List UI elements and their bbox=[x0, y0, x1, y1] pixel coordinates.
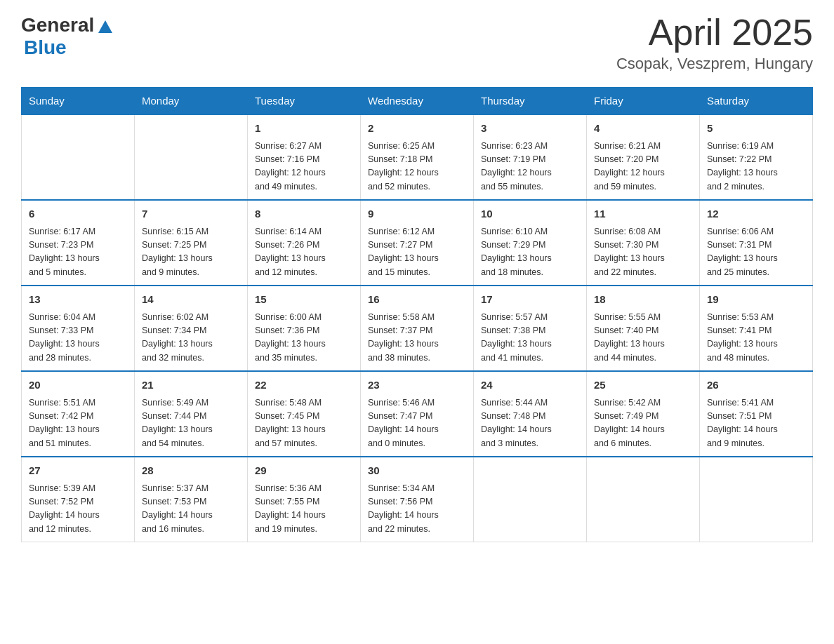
day-info-line: Sunrise: 5:53 AM bbox=[707, 311, 805, 324]
day-info-line: Sunrise: 6:10 AM bbox=[481, 225, 579, 239]
day-info-line: Sunset: 7:18 PM bbox=[368, 153, 466, 166]
page-subtitle: Csopak, Veszprem, Hungary bbox=[616, 55, 813, 73]
calendar-day-header: Tuesday bbox=[248, 88, 361, 115]
day-info-line: and 25 minutes. bbox=[707, 266, 805, 279]
day-info-line: Sunrise: 5:57 AM bbox=[481, 311, 579, 324]
day-number: 6 bbox=[29, 206, 127, 222]
day-info-line: Daylight: 13 hours bbox=[594, 337, 692, 351]
day-number: 21 bbox=[142, 377, 240, 394]
day-info-line: Sunset: 7:30 PM bbox=[594, 239, 692, 252]
day-info-line: Sunset: 7:33 PM bbox=[29, 324, 127, 337]
day-info-line: Sunrise: 6:23 AM bbox=[481, 140, 579, 153]
calendar-cell: 3Sunrise: 6:23 AMSunset: 7:19 PMDaylight… bbox=[474, 114, 587, 200]
day-info-line: Sunrise: 5:42 AM bbox=[594, 396, 692, 410]
calendar-cell: 4Sunrise: 6:21 AMSunset: 7:20 PMDaylight… bbox=[587, 114, 700, 200]
day-info-line: Sunrise: 6:08 AM bbox=[594, 225, 692, 239]
day-info-line: and 48 minutes. bbox=[707, 351, 805, 365]
day-info-line: Sunrise: 6:21 AM bbox=[594, 140, 692, 153]
day-number: 2 bbox=[368, 121, 466, 137]
day-number: 19 bbox=[707, 292, 805, 308]
day-number: 22 bbox=[255, 377, 353, 394]
day-info-line: and 12 minutes. bbox=[255, 266, 353, 279]
day-info-line: and 9 minutes. bbox=[142, 266, 240, 279]
day-info-line: Sunrise: 5:58 AM bbox=[368, 311, 466, 324]
calendar-cell: 18Sunrise: 5:55 AMSunset: 7:40 PMDayligh… bbox=[587, 286, 700, 371]
day-info-line: and 35 minutes. bbox=[255, 351, 353, 365]
calendar-day-header: Sunday bbox=[22, 88, 135, 115]
day-info-line: and 54 minutes. bbox=[142, 437, 240, 450]
day-number: 18 bbox=[594, 292, 692, 308]
svg-marker-0 bbox=[98, 20, 112, 33]
day-info-line: Sunset: 7:16 PM bbox=[255, 153, 353, 166]
calendar-header-row: SundayMondayTuesdayWednesdayThursdayFrid… bbox=[22, 88, 813, 115]
day-info-line: Daylight: 12 hours bbox=[594, 166, 692, 180]
calendar-cell bbox=[700, 457, 813, 542]
calendar-cell: 6Sunrise: 6:17 AMSunset: 7:23 PMDaylight… bbox=[22, 200, 135, 286]
day-number: 17 bbox=[481, 292, 579, 308]
logo-general-text: General bbox=[21, 14, 94, 36]
day-info-line: Daylight: 12 hours bbox=[481, 166, 579, 180]
calendar-cell: 1Sunrise: 6:27 AMSunset: 7:16 PMDaylight… bbox=[248, 114, 361, 200]
day-info-line: Daylight: 14 hours bbox=[29, 509, 127, 522]
day-info-line: and 44 minutes. bbox=[594, 351, 692, 365]
calendar-cell: 16Sunrise: 5:58 AMSunset: 7:37 PMDayligh… bbox=[361, 286, 474, 371]
calendar-cell: 8Sunrise: 6:14 AMSunset: 7:26 PMDaylight… bbox=[248, 200, 361, 286]
day-info-line: Sunset: 7:52 PM bbox=[29, 495, 127, 509]
day-info-line: Sunset: 7:26 PM bbox=[255, 239, 353, 252]
day-info-line: and 12 minutes. bbox=[29, 523, 127, 536]
day-number: 14 bbox=[142, 292, 240, 308]
calendar-cell: 17Sunrise: 5:57 AMSunset: 7:38 PMDayligh… bbox=[474, 286, 587, 371]
day-info-line: Sunset: 7:20 PM bbox=[594, 153, 692, 166]
calendar-week-row: 6Sunrise: 6:17 AMSunset: 7:23 PMDaylight… bbox=[22, 200, 813, 286]
day-info-line: Sunrise: 5:39 AM bbox=[29, 482, 127, 495]
calendar-cell: 10Sunrise: 6:10 AMSunset: 7:29 PMDayligh… bbox=[474, 200, 587, 286]
day-number: 20 bbox=[29, 377, 127, 394]
day-info-line: Daylight: 13 hours bbox=[255, 337, 353, 351]
page-title: April 2025 bbox=[616, 14, 813, 51]
day-info-line: Daylight: 14 hours bbox=[594, 423, 692, 436]
calendar-cell: 22Sunrise: 5:48 AMSunset: 7:45 PMDayligh… bbox=[248, 371, 361, 457]
day-info-line: Daylight: 12 hours bbox=[368, 166, 466, 180]
day-info-line: and 2 minutes. bbox=[707, 180, 805, 194]
day-info-line: Daylight: 13 hours bbox=[368, 337, 466, 351]
day-info-line: and 28 minutes. bbox=[29, 351, 127, 365]
calendar-cell: 19Sunrise: 5:53 AMSunset: 7:41 PMDayligh… bbox=[700, 286, 813, 371]
calendar-cell: 27Sunrise: 5:39 AMSunset: 7:52 PMDayligh… bbox=[22, 457, 135, 542]
title-block: April 2025 Csopak, Veszprem, Hungary bbox=[616, 14, 813, 73]
day-info-line: Sunset: 7:31 PM bbox=[707, 239, 805, 252]
day-info-line: Sunrise: 5:49 AM bbox=[142, 396, 240, 410]
day-number: 23 bbox=[368, 377, 466, 394]
day-info-line: Sunrise: 5:51 AM bbox=[29, 396, 127, 410]
calendar-cell: 9Sunrise: 6:12 AMSunset: 7:27 PMDaylight… bbox=[361, 200, 474, 286]
day-info-line: Sunset: 7:44 PM bbox=[142, 410, 240, 423]
day-number: 10 bbox=[481, 206, 579, 222]
day-number: 11 bbox=[594, 206, 692, 222]
calendar-week-row: 13Sunrise: 6:04 AMSunset: 7:33 PMDayligh… bbox=[22, 286, 813, 371]
day-info-line: Daylight: 13 hours bbox=[707, 337, 805, 351]
calendar-cell bbox=[474, 457, 587, 542]
day-info-line: Sunrise: 6:27 AM bbox=[255, 140, 353, 153]
day-info-line: Sunrise: 5:48 AM bbox=[255, 396, 353, 410]
day-info-line: Daylight: 13 hours bbox=[142, 423, 240, 436]
day-info-line: Sunset: 7:47 PM bbox=[368, 410, 466, 423]
day-number: 29 bbox=[255, 463, 353, 479]
day-info-line: and 19 minutes. bbox=[255, 523, 353, 536]
day-number: 3 bbox=[481, 121, 579, 137]
day-info-line: and 0 minutes. bbox=[368, 437, 466, 450]
day-info-line: and 3 minutes. bbox=[481, 437, 579, 450]
calendar-day-header: Monday bbox=[135, 88, 248, 115]
calendar-cell: 7Sunrise: 6:15 AMSunset: 7:25 PMDaylight… bbox=[135, 200, 248, 286]
day-info-line: Daylight: 13 hours bbox=[255, 252, 353, 265]
logo-blue-text: Blue bbox=[24, 36, 67, 58]
day-info-line: Sunset: 7:53 PM bbox=[142, 495, 240, 509]
day-number: 16 bbox=[368, 292, 466, 308]
day-info-line: Sunset: 7:29 PM bbox=[481, 239, 579, 252]
day-info-line: Sunset: 7:51 PM bbox=[707, 410, 805, 423]
day-info-line: and 49 minutes. bbox=[255, 180, 353, 194]
day-info-line: Sunset: 7:37 PM bbox=[368, 324, 466, 337]
day-info-line: Sunset: 7:22 PM bbox=[707, 153, 805, 166]
day-number: 28 bbox=[142, 463, 240, 479]
calendar-day-header: Thursday bbox=[474, 88, 587, 115]
day-info-line: Daylight: 14 hours bbox=[481, 423, 579, 436]
calendar-cell: 15Sunrise: 6:00 AMSunset: 7:36 PMDayligh… bbox=[248, 286, 361, 371]
